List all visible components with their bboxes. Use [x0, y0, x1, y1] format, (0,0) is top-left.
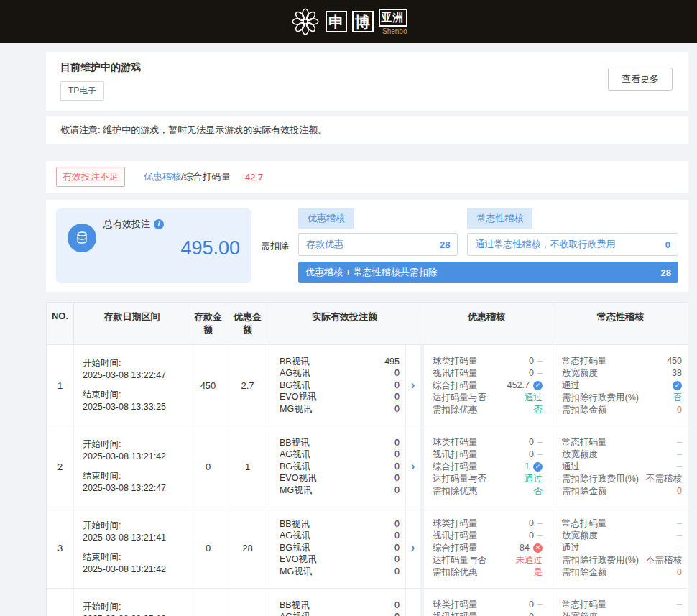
deposit-amount: 450	[190, 345, 226, 426]
game-bet-amount: 0	[394, 611, 400, 616]
expand-chevron-icon[interactable]: ›	[406, 507, 420, 588]
audit-item-label: 常态打码量	[562, 599, 607, 611]
game-bet-amount: 0	[394, 461, 400, 473]
valid-bets-cell: BB视讯0AG视讯0BG视讯0EVO视讯0MG视讯0	[269, 507, 406, 588]
dash-mark: –	[537, 449, 543, 461]
audit-item-value: 0	[529, 367, 534, 380]
game-bet-amount: 0	[394, 599, 400, 612]
col-header-bonus: 优惠金额	[226, 303, 269, 345]
dash-mark: –	[677, 530, 682, 542]
game-name: EVO视讯	[280, 472, 316, 484]
audit-item-value: 不需稽核	[646, 473, 682, 485]
audit-item-value: 0	[529, 355, 534, 367]
audit-item-value: 0	[529, 436, 534, 449]
total-deduct-value: 28	[661, 267, 671, 278]
audit-item-label: 常态打码量	[562, 355, 607, 367]
total-valid-bet-value: 495.00	[103, 237, 240, 259]
bonus-amount: 3.25	[226, 589, 269, 616]
dash-mark: –	[537, 530, 543, 542]
deposit-amount: 0	[190, 589, 226, 616]
site-logo[interactable]: 申 博 亚洲 Shenbo	[290, 6, 407, 37]
audit-item-value: 452.7	[507, 380, 530, 392]
flower-logo-icon	[290, 6, 320, 37]
expand-chevron-icon[interactable]: ›	[406, 426, 420, 507]
check-icon: ✓	[673, 381, 682, 390]
audit-area: 优惠稽核 存款优惠 28 常态性稽核 通过常态性稽核，不收取行政费用 0 优惠稽…	[298, 208, 678, 283]
audit-item-label: 视讯打码量	[433, 367, 478, 380]
audit-item-label: 需扣除优惠	[433, 485, 478, 497]
expand-chevron-icon[interactable]: ›	[406, 345, 420, 426]
logo-subtitle: Shenbo	[382, 27, 407, 35]
audit-item-value: 通过	[525, 392, 543, 404]
audit-item-label: 常态打码量	[562, 518, 607, 530]
audit-item-value: 450	[667, 355, 682, 367]
maintenance-section: 目前维护中的游戏 TP电子 查看更多	[46, 52, 688, 111]
promo-deduct-label: 存款优惠	[306, 238, 343, 251]
audit-item-value: 0	[529, 611, 534, 616]
dash-mark: –	[537, 436, 543, 449]
audit-item-label: 需扣除优惠	[433, 566, 478, 579]
audit-item-value: 是	[534, 566, 543, 579]
bonus-amount: 1	[226, 426, 269, 507]
game-bet-amount: 0	[394, 391, 400, 403]
audit-item-label: 需扣除金额	[562, 404, 607, 416]
maintenance-game-tag[interactable]: TP电子	[60, 81, 104, 101]
game-name: EVO视讯	[280, 553, 316, 566]
game-bet-amount: 0	[394, 367, 400, 380]
audit-item-value: 84	[520, 542, 530, 554]
game-name: BG视讯	[280, 380, 310, 392]
audit-item-label: 通过	[562, 461, 580, 473]
end-time-value: 2025-03-08 13:22:47	[83, 482, 184, 495]
view-more-button[interactable]: 查看更多	[608, 68, 673, 91]
audit-item-label: 常态打码量	[562, 436, 607, 449]
row-number: 3	[47, 507, 74, 588]
audit-item-label: 达打码量与否	[433, 554, 486, 566]
end-time-label: 结束时间:	[83, 470, 184, 482]
audit-item-label: 球类打码量	[433, 599, 478, 611]
cross-icon: ✕	[533, 543, 543, 553]
promo-audit-link[interactable]: 优惠稽核	[144, 170, 181, 183]
audit-item-value: 通过	[525, 473, 543, 485]
start-time-label: 开始时间:	[83, 438, 184, 451]
bonus-amount: 28	[226, 507, 269, 588]
promo-deduct-box: 存款优惠 28	[298, 233, 458, 256]
audit-item-label: 需扣除行政费用(%)	[562, 554, 639, 566]
tab-promo-audit[interactable]: 优惠稽核	[298, 208, 354, 229]
normal-deduct-value: 0	[665, 239, 670, 250]
dash-mark: –	[677, 461, 682, 473]
start-time-label: 开始时间:	[83, 357, 184, 369]
end-time-label: 结束时间:	[83, 551, 184, 564]
deposit-amount: 0	[190, 426, 226, 507]
audit-item-value: 1	[525, 461, 530, 473]
expand-chevron-icon[interactable]: ›	[406, 589, 420, 616]
game-name: AG视讯	[280, 449, 310, 461]
summary-section: 总有效投注 i 495.00 需扣除 优惠稽核 存款优惠 28 常态性稽核	[46, 200, 688, 292]
top-header: 申 博 亚洲 Shenbo	[0, 0, 697, 43]
audit-item-label: 需扣除行政费用(%)	[562, 473, 639, 485]
dash-mark: –	[677, 542, 682, 554]
tab-normal-audit[interactable]: 常态性稽核	[467, 208, 532, 229]
audit-item-label: 视讯打码量	[433, 530, 478, 542]
audit-item-value: 未通过	[516, 554, 543, 566]
game-name: MG视讯	[280, 403, 312, 415]
dash-mark: –	[537, 355, 543, 367]
logo-char-bo: 博	[352, 11, 374, 32]
start-time-label: 开始时间:	[83, 601, 184, 613]
info-icon[interactable]: i	[154, 219, 164, 229]
audit-item-label: 通过	[562, 542, 580, 554]
col-header-deposit: 存款金额	[190, 303, 226, 345]
valid-bets-cell: BB视讯0AG视讯0BG视讯0EVO视讯0MG视讯0	[269, 589, 406, 616]
deposit-date-range: 开始时间:2025-03-08 02:05:16结束时间:2025-03-08 …	[74, 589, 190, 616]
col-header-normal-audit: 常态性稽核	[553, 303, 688, 345]
start-time-value: 2025-03-08 13:21:42	[83, 451, 184, 463]
deposit-date-range: 开始时间:2025-03-08 13:21:41结束时间:2025-03-08 …	[74, 507, 190, 588]
maintenance-notice: 敬请注意: 维护中的游戏，暂时无法显示游戏的实际有效投注额。	[46, 116, 688, 144]
normal-audit-cell: 常态打码量450放宽额度38通过✓需扣除行政费用(%)否需扣除金额0	[553, 345, 688, 426]
row-number: 2	[47, 426, 74, 507]
deposit-amount: 0	[190, 507, 226, 588]
audit-item-value: 不需稽核	[646, 554, 682, 566]
audit-item-label: 视讯打码量	[433, 449, 478, 461]
game-name: EVO视讯	[280, 391, 316, 403]
game-name: AG视讯	[280, 367, 310, 380]
normal-deduct-box: 通过常态性稽核，不收取行政费用 0	[467, 233, 678, 256]
